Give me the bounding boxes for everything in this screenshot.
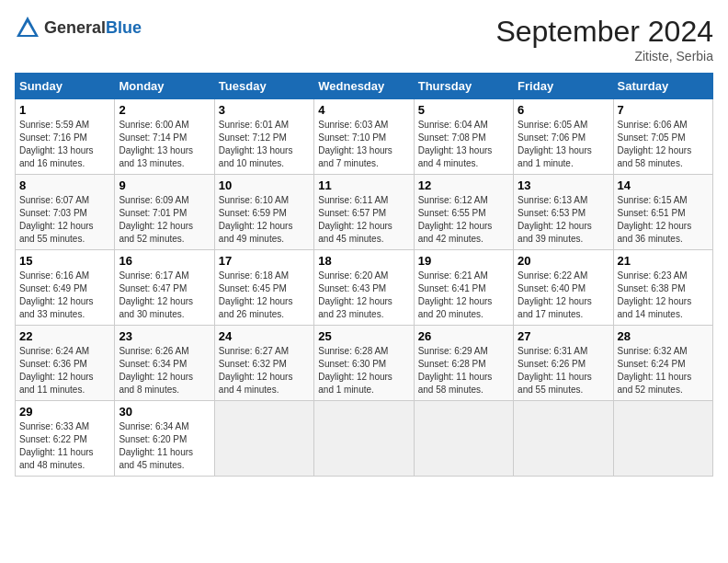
day-number: 25 xyxy=(318,329,409,343)
day-cell xyxy=(613,401,712,477)
header-monday: Monday xyxy=(115,74,214,99)
day-info: Sunrise: 6:16 AM Sunset: 6:49 PM Dayligh… xyxy=(19,270,110,321)
day-cell: 13Sunrise: 6:13 AM Sunset: 6:53 PM Dayli… xyxy=(514,175,613,250)
title-block: September 2024 Zitiste, Serbia xyxy=(495,15,713,63)
day-number: 19 xyxy=(418,254,509,268)
day-cell: 18Sunrise: 6:20 AM Sunset: 6:43 PM Dayli… xyxy=(314,250,414,326)
day-number: 26 xyxy=(418,329,509,343)
day-cell: 7Sunrise: 6:06 AM Sunset: 7:05 PM Daylig… xyxy=(613,99,712,175)
header-thursday: Thursday xyxy=(414,74,513,99)
header-sunday: Sunday xyxy=(16,74,115,99)
day-cell: 10Sunrise: 6:10 AM Sunset: 6:59 PM Dayli… xyxy=(214,175,313,250)
day-info: Sunrise: 6:03 AM Sunset: 7:10 PM Dayligh… xyxy=(318,119,409,170)
day-number: 23 xyxy=(119,329,210,343)
location: Zitiste, Serbia xyxy=(495,49,713,63)
day-info: Sunrise: 6:20 AM Sunset: 6:43 PM Dayligh… xyxy=(318,270,409,321)
day-info: Sunrise: 5:59 AM Sunset: 7:16 PM Dayligh… xyxy=(19,119,110,170)
day-number: 13 xyxy=(518,178,609,192)
day-cell: 5Sunrise: 6:04 AM Sunset: 7:08 PM Daylig… xyxy=(414,99,513,175)
day-cell: 15Sunrise: 6:16 AM Sunset: 6:49 PM Dayli… xyxy=(16,250,115,326)
day-cell xyxy=(314,401,414,477)
day-cell: 28Sunrise: 6:32 AM Sunset: 6:24 PM Dayli… xyxy=(613,326,712,401)
week-row-2: 8Sunrise: 6:07 AM Sunset: 7:03 PM Daylig… xyxy=(16,175,713,250)
logo-icon xyxy=(15,15,40,40)
day-number: 17 xyxy=(219,254,310,268)
day-cell: 1Sunrise: 5:59 AM Sunset: 7:16 PM Daylig… xyxy=(16,99,115,175)
day-cell: 12Sunrise: 6:12 AM Sunset: 6:55 PM Dayli… xyxy=(414,175,513,250)
day-info: Sunrise: 6:31 AM Sunset: 6:26 PM Dayligh… xyxy=(518,345,609,396)
day-number: 2 xyxy=(119,103,210,117)
day-cell: 16Sunrise: 6:17 AM Sunset: 6:47 PM Dayli… xyxy=(115,250,214,326)
day-cell: 14Sunrise: 6:15 AM Sunset: 6:51 PM Dayli… xyxy=(613,175,712,250)
day-cell: 29Sunrise: 6:33 AM Sunset: 6:22 PM Dayli… xyxy=(16,401,115,477)
day-cell: 3Sunrise: 6:01 AM Sunset: 7:12 PM Daylig… xyxy=(214,99,313,175)
day-number: 11 xyxy=(318,178,409,192)
day-cell: 27Sunrise: 6:31 AM Sunset: 6:26 PM Dayli… xyxy=(514,326,613,401)
day-info: Sunrise: 6:27 AM Sunset: 6:32 PM Dayligh… xyxy=(219,345,310,396)
day-info: Sunrise: 6:15 AM Sunset: 6:51 PM Dayligh… xyxy=(618,194,709,246)
day-number: 3 xyxy=(219,103,310,117)
day-info: Sunrise: 6:23 AM Sunset: 6:38 PM Dayligh… xyxy=(618,270,709,321)
day-info: Sunrise: 6:11 AM Sunset: 6:57 PM Dayligh… xyxy=(318,194,409,246)
day-info: Sunrise: 6:34 AM Sunset: 6:20 PM Dayligh… xyxy=(119,420,210,472)
day-cell: 25Sunrise: 6:28 AM Sunset: 6:30 PM Dayli… xyxy=(314,326,414,401)
day-info: Sunrise: 6:12 AM Sunset: 6:55 PM Dayligh… xyxy=(418,194,509,246)
week-row-3: 15Sunrise: 6:16 AM Sunset: 6:49 PM Dayli… xyxy=(16,250,713,326)
day-info: Sunrise: 6:28 AM Sunset: 6:30 PM Dayligh… xyxy=(318,345,409,396)
day-cell: 21Sunrise: 6:23 AM Sunset: 6:38 PM Dayli… xyxy=(613,250,712,326)
day-info: Sunrise: 6:17 AM Sunset: 6:47 PM Dayligh… xyxy=(119,270,210,321)
logo: GeneralBlue xyxy=(15,15,142,40)
month-title: September 2024 xyxy=(495,15,713,49)
day-number: 22 xyxy=(19,329,110,343)
header-row: Sunday Monday Tuesday Wednesday Thursday… xyxy=(16,74,713,99)
day-info: Sunrise: 6:21 AM Sunset: 6:41 PM Dayligh… xyxy=(418,270,509,321)
day-info: Sunrise: 6:01 AM Sunset: 7:12 PM Dayligh… xyxy=(219,119,310,170)
day-info: Sunrise: 6:29 AM Sunset: 6:28 PM Dayligh… xyxy=(418,345,509,396)
day-cell: 30Sunrise: 6:34 AM Sunset: 6:20 PM Dayli… xyxy=(115,401,214,477)
day-number: 1 xyxy=(19,103,110,117)
day-number: 16 xyxy=(119,254,210,268)
day-info: Sunrise: 6:22 AM Sunset: 6:40 PM Dayligh… xyxy=(518,270,609,321)
day-info: Sunrise: 6:06 AM Sunset: 7:05 PM Dayligh… xyxy=(618,119,709,170)
header-tuesday: Tuesday xyxy=(214,74,313,99)
day-cell xyxy=(214,401,313,477)
day-info: Sunrise: 6:00 AM Sunset: 7:14 PM Dayligh… xyxy=(119,119,210,170)
day-number: 18 xyxy=(318,254,409,268)
day-number: 9 xyxy=(119,178,210,192)
day-number: 12 xyxy=(418,178,509,192)
day-number: 29 xyxy=(19,405,110,419)
day-number: 30 xyxy=(119,405,210,419)
day-info: Sunrise: 6:04 AM Sunset: 7:08 PM Dayligh… xyxy=(418,119,509,170)
day-cell xyxy=(414,401,513,477)
week-row-5: 29Sunrise: 6:33 AM Sunset: 6:22 PM Dayli… xyxy=(16,401,713,477)
day-cell: 17Sunrise: 6:18 AM Sunset: 6:45 PM Dayli… xyxy=(214,250,313,326)
day-info: Sunrise: 6:26 AM Sunset: 6:34 PM Dayligh… xyxy=(119,345,210,396)
day-number: 27 xyxy=(518,329,609,343)
day-info: Sunrise: 6:32 AM Sunset: 6:24 PM Dayligh… xyxy=(618,345,709,396)
day-cell xyxy=(514,401,613,477)
page-header: GeneralBlue September 2024 Zitiste, Serb… xyxy=(15,15,713,63)
header-friday: Friday xyxy=(514,74,613,99)
day-info: Sunrise: 6:24 AM Sunset: 6:36 PM Dayligh… xyxy=(19,345,110,396)
day-cell: 9Sunrise: 6:09 AM Sunset: 7:01 PM Daylig… xyxy=(115,175,214,250)
calendar-table: Sunday Monday Tuesday Wednesday Thursday… xyxy=(15,73,713,477)
week-row-4: 22Sunrise: 6:24 AM Sunset: 6:36 PM Dayli… xyxy=(16,326,713,401)
day-cell: 4Sunrise: 6:03 AM Sunset: 7:10 PM Daylig… xyxy=(314,99,414,175)
logo-blue: Blue xyxy=(106,18,142,37)
day-cell: 22Sunrise: 6:24 AM Sunset: 6:36 PM Dayli… xyxy=(16,326,115,401)
day-number: 20 xyxy=(518,254,609,268)
day-number: 4 xyxy=(318,103,409,117)
day-info: Sunrise: 6:07 AM Sunset: 7:03 PM Dayligh… xyxy=(19,194,110,246)
day-number: 8 xyxy=(19,178,110,192)
logo-general: General xyxy=(44,18,106,37)
day-number: 10 xyxy=(219,178,310,192)
header-saturday: Saturday xyxy=(613,74,712,99)
day-info: Sunrise: 6:10 AM Sunset: 6:59 PM Dayligh… xyxy=(219,194,310,246)
day-info: Sunrise: 6:09 AM Sunset: 7:01 PM Dayligh… xyxy=(119,194,210,246)
day-number: 24 xyxy=(219,329,310,343)
day-number: 5 xyxy=(418,103,509,117)
week-row-1: 1Sunrise: 5:59 AM Sunset: 7:16 PM Daylig… xyxy=(16,99,713,175)
day-cell: 11Sunrise: 6:11 AM Sunset: 6:57 PM Dayli… xyxy=(314,175,414,250)
day-info: Sunrise: 6:33 AM Sunset: 6:22 PM Dayligh… xyxy=(19,420,110,472)
day-cell: 6Sunrise: 6:05 AM Sunset: 7:06 PM Daylig… xyxy=(514,99,613,175)
